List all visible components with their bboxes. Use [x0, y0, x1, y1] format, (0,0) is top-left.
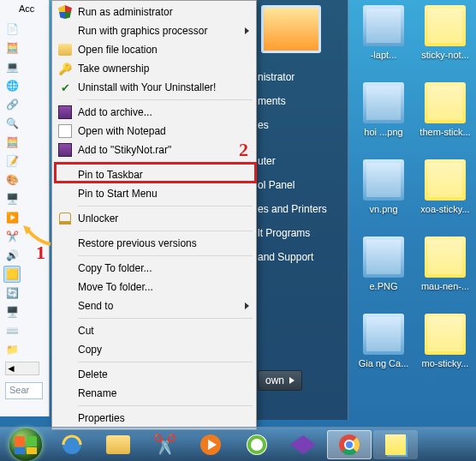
- menu-item-label: Rename: [78, 387, 116, 399]
- start-item[interactable]: es and Printers: [253, 197, 348, 221]
- list-item[interactable]: 🔄: [3, 284, 21, 302]
- list-item[interactable]: 📁: [3, 341, 21, 358]
- list-item[interactable]: 🔊: [3, 247, 21, 264]
- menu-item-add-to-stikynot-rar[interactable]: Add to "StikyNot.rar": [54, 141, 254, 159]
- desktop-icon[interactable]: mau-nen-...: [414, 236, 476, 291]
- menu-item-label: Open with Notepad: [78, 125, 166, 137]
- menu-item-label: Send to: [78, 300, 113, 312]
- menu-item-label: Pin to Start Menu: [78, 188, 158, 200]
- desktop-icon-label: mau-nen-...: [414, 281, 476, 291]
- menu-item-cut[interactable]: Cut: [54, 321, 254, 340]
- menu-separator: [78, 318, 253, 319]
- menu-item-label: Move To folder...: [78, 281, 153, 293]
- menu-item-label: Cut: [78, 325, 94, 337]
- scissors-icon: ✂️: [153, 434, 176, 456]
- menu-item-move-to-folder[interactable]: Move To folder...: [54, 278, 254, 296]
- start-button[interactable]: [3, 430, 48, 459]
- explorer-window-strip: Acc 📄 🧮 💻 🌐 🔗 🔍 🧮 📝 🎨 🖥️ ▶️ ✂️ 🔊 🟨 🔄 🖥️ …: [0, 0, 50, 416]
- menu-item-label: Open file location: [78, 44, 158, 56]
- menu-item-add-to-archive[interactable]: Add to archive...: [54, 103, 254, 122]
- scrollbar[interactable]: ◄: [5, 362, 39, 375]
- start-item[interactable]: es: [253, 113, 348, 137]
- taskbar-wmp[interactable]: [188, 430, 233, 459]
- list-item[interactable]: 💻: [3, 58, 21, 75]
- menu-item-label: Pin to Taskbar: [78, 169, 143, 181]
- taskbar-ie[interactable]: [50, 430, 94, 459]
- menu-item-run-with-graphics-processor[interactable]: Run with graphics processor: [54, 21, 254, 40]
- start-item[interactable]: lt Programs: [253, 221, 348, 245]
- shutdown-label: own: [265, 374, 284, 386]
- list-item-selected[interactable]: 🟨: [3, 266, 21, 283]
- shield-icon: [57, 4, 73, 20]
- search-input[interactable]: Sear: [5, 382, 43, 399]
- list-item[interactable]: 🖥️: [3, 303, 21, 320]
- chrome-icon: [337, 433, 361, 457]
- menu-item-open-with-notepad[interactable]: Open with Notepad: [54, 122, 254, 141]
- menu-item-label: Run as administrator: [78, 6, 173, 18]
- desktop-icon-label: hoi ...png: [353, 127, 414, 137]
- menu-separator: [78, 230, 253, 231]
- menu-item-uninstall-with-your-uninstaller[interactable]: ✔Uninstall with Your Uninstaller!: [54, 78, 254, 97]
- menu-item-unlocker[interactable]: Unlocker: [54, 209, 254, 228]
- menu-item-label: Uninstall with Your Uninstaller!: [78, 81, 216, 93]
- menu-item-pin-to-taskbar[interactable]: Pin to Taskbar: [54, 165, 254, 184]
- menu-item-pin-to-start-menu[interactable]: Pin to Start Menu: [54, 184, 254, 203]
- menu-item-copy[interactable]: Copy: [54, 340, 254, 359]
- start-item[interactable]: uter: [253, 149, 348, 173]
- menu-item-open-file-location[interactable]: Open file location: [54, 40, 254, 59]
- desktop-icon[interactable]: e.PNG: [353, 236, 414, 291]
- menu-item-rename[interactable]: Rename: [54, 384, 254, 403]
- desktop-icon[interactable]: xoa-sticky...: [414, 159, 476, 214]
- start-item[interactable]: ments: [253, 89, 348, 113]
- desktop-icon[interactable]: sticky-not...: [414, 5, 476, 60]
- list-item[interactable]: ✂️: [3, 228, 21, 245]
- desktop-icon[interactable]: vn.png: [353, 159, 414, 214]
- ie-icon: [60, 433, 84, 457]
- taskbar-chrome[interactable]: [327, 430, 372, 459]
- menu-item-delete[interactable]: Delete: [54, 365, 254, 384]
- desktop-icon[interactable]: them-stick...: [414, 82, 476, 137]
- menu-separator: [78, 362, 253, 362]
- desktop-icon-label: Gia ng Ca...: [353, 358, 414, 368]
- shutdown-button[interactable]: own: [258, 370, 302, 391]
- taskbar-explorer[interactable]: [96, 430, 140, 459]
- menu-item-send-to[interactable]: Send to: [54, 296, 254, 315]
- app-icon: ✔: [57, 80, 73, 95]
- start-item[interactable]: [253, 137, 348, 149]
- menu-item-copy-to-folder[interactable]: Copy To folder...: [54, 259, 254, 278]
- start-item[interactable]: and Support: [253, 245, 348, 269]
- taskbar-snipping[interactable]: ✂️: [142, 430, 187, 459]
- list-item[interactable]: 🌐: [3, 77, 21, 94]
- desktop-icon[interactable]: -lapt...: [353, 5, 414, 60]
- menu-item-properties[interactable]: Properties: [54, 409, 254, 428]
- start-item[interactable]: nistrator: [253, 65, 348, 89]
- menu-item-take-ownership[interactable]: 🔑Take ownership: [54, 59, 254, 78]
- start-item[interactable]: ol Panel: [253, 173, 348, 197]
- menu-item-restore-previous-versions[interactable]: Restore previous versions: [54, 234, 254, 253]
- list-item[interactable]: 🔍: [3, 115, 21, 132]
- svg-point-8: [346, 441, 353, 448]
- list-item[interactable]: 🔗: [3, 96, 21, 113]
- context-menu: Run as administratorRun with graphics pr…: [51, 0, 257, 430]
- list-item[interactable]: 📝: [3, 153, 21, 170]
- list-item[interactable]: ▶️: [3, 209, 21, 226]
- list-item[interactable]: 🎨: [3, 171, 21, 189]
- menu-item-label: Unlocker: [78, 213, 118, 225]
- list-item[interactable]: 🧮: [3, 39, 21, 57]
- menu-item-label: Take ownership: [78, 63, 149, 75]
- start-user-picture[interactable]: [261, 5, 321, 53]
- taskbar-stickynotes[interactable]: [373, 430, 418, 459]
- desktop-icon[interactable]: Gia ng Ca...: [353, 314, 414, 368]
- list-item[interactable]: 🧮: [3, 134, 21, 151]
- list-item[interactable]: 📄: [3, 21, 21, 38]
- play-icon: [199, 433, 223, 457]
- menu-separator: [78, 162, 253, 163]
- menu-item-run-as-administrator[interactable]: Run as administrator: [54, 3, 254, 21]
- list-item[interactable]: 🖥️: [3, 190, 21, 207]
- desktop-icon[interactable]: hoi ...png: [353, 82, 414, 137]
- list-item[interactable]: ⌨️: [3, 322, 21, 339]
- taskbar-coccoc[interactable]: [235, 430, 279, 459]
- desktop-icon[interactable]: mo-sticky...: [414, 314, 476, 368]
- taskbar-video[interactable]: [281, 430, 325, 459]
- menu-separator: [78, 255, 253, 256]
